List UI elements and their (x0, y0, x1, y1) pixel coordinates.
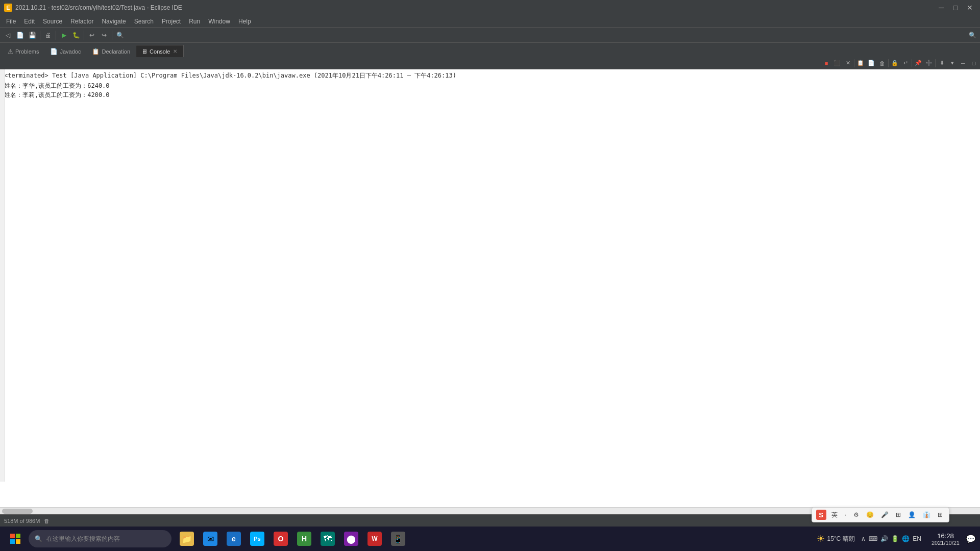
battery-icon[interactable]: 🔋 (891, 535, 899, 542)
title-bar: E 2021.10.21 - test02/src/com/ylh/test02… (0, 0, 980, 15)
console-new[interactable]: ➕ (924, 58, 934, 68)
photoshop-icon: Ps (250, 532, 264, 546)
taskbar-search[interactable]: 🔍 在这里输入你要搜索的内容 (29, 530, 172, 547)
toolbar-run[interactable]: ▶ (58, 30, 69, 41)
search-placeholder: 在这里输入你要搜索的内容 (46, 535, 120, 543)
toolbar-undo[interactable]: ↩ (86, 30, 97, 41)
console-terminate[interactable]: ■ (821, 58, 831, 68)
menu-project[interactable]: Project (158, 17, 185, 26)
toolbar-back[interactable]: ◁ (2, 30, 13, 41)
gc-button[interactable]: 🗑 (44, 518, 50, 524)
taskbar-app-h[interactable]: H (293, 528, 315, 550)
svg-rect-3 (16, 539, 20, 544)
console-output-line-1: 姓名：李华,该员工的工资为：6240.0 (4, 81, 976, 90)
console-maximize[interactable]: □ (969, 58, 979, 68)
wps-icon: W (368, 532, 382, 546)
tab-console[interactable]: 🖥 Console ✕ (136, 45, 184, 57)
scrollbar-thumb[interactable] (2, 509, 33, 514)
taskbar-app-file-explorer[interactable]: 📁 (176, 528, 198, 550)
sogou-dot[interactable]: · (843, 510, 848, 519)
taskbar-app-office[interactable]: O (270, 528, 292, 550)
taskbar-app-eclipse[interactable]: ⬤ (340, 528, 362, 550)
weather-icon: ☀ (817, 533, 825, 544)
console-clear[interactable]: 🗑 (877, 58, 887, 68)
menu-source[interactable]: Source (39, 17, 66, 26)
tray-expand[interactable]: ∧ (861, 535, 866, 542)
sogou-lang-switch[interactable]: 英 (829, 510, 840, 520)
keyboard-icon[interactable]: ⌨ (869, 535, 877, 542)
svg-rect-0 (10, 534, 15, 538)
sogou-emoji[interactable]: 😊 (864, 510, 876, 519)
sogou-mic[interactable]: 🎤 (879, 510, 891, 519)
weather-area[interactable]: ☀ 15°C 晴朗 (817, 533, 855, 544)
taskbar-app-edge[interactable]: e (223, 528, 245, 550)
toolbar-redo[interactable]: ↪ (99, 30, 110, 41)
menu-window[interactable]: Window (204, 17, 234, 26)
file-explorer-icon: 📁 (180, 532, 194, 546)
menu-edit[interactable]: Edit (20, 17, 39, 26)
toolbar-debug[interactable]: 🐛 (70, 30, 82, 41)
sogou-shirt[interactable]: 👔 (921, 510, 933, 519)
console-word-wrap[interactable]: ↵ (900, 58, 911, 68)
eclipse-icon: ⬤ (344, 532, 358, 546)
menu-refactor[interactable]: Refactor (66, 17, 97, 26)
toolbar-separator-3 (84, 31, 84, 40)
toolbar-new[interactable]: 📄 (14, 30, 26, 41)
toolbar-save[interactable]: 💾 (27, 30, 38, 41)
taskbar-app-mail[interactable]: ✉ (199, 528, 222, 550)
console-paste[interactable]: 📄 (866, 58, 876, 68)
console-arrow-down[interactable]: ⬇ (937, 58, 947, 68)
toolbar-print[interactable]: 🖨 (42, 30, 54, 41)
start-button[interactable] (4, 528, 27, 550)
sogou-grid1[interactable]: ⊞ (894, 510, 903, 519)
console-view-menu[interactable]: ▾ (947, 58, 958, 68)
menu-file[interactable]: File (2, 17, 20, 26)
maximize-button[interactable]: □ (949, 3, 962, 13)
toolbar-search-global[interactable]: 🔍 (967, 30, 978, 41)
tab-javadoc[interactable]: 📄 Javadoc (44, 45, 86, 57)
clock[interactable]: 16:28 2021/10/21 (927, 532, 964, 546)
toolbar-separator-4 (112, 31, 112, 40)
clock-date: 2021/10/21 (932, 540, 960, 546)
taskbar-app-wps[interactable]: W (363, 528, 386, 550)
input-icon[interactable]: EN (913, 535, 921, 542)
menu-help[interactable]: Help (234, 17, 255, 26)
sogou-grid2[interactable]: ⊞ (936, 510, 945, 519)
taskbar: 🔍 在这里输入你要搜索的内容 📁 ✉ e Ps O H � (0, 527, 980, 551)
console-terminate2[interactable]: ⬛ (832, 58, 842, 68)
notification-button[interactable]: 💬 (966, 534, 976, 544)
taskbar-app-ipad[interactable]: 📱 (387, 528, 409, 550)
volume-icon[interactable]: 🔊 (880, 535, 888, 542)
svg-rect-1 (16, 534, 20, 538)
console-copy[interactable]: 📋 (855, 58, 866, 68)
memory-usage: 518M of 986M (4, 518, 40, 524)
menu-run[interactable]: Run (185, 17, 204, 26)
sogou-logo: S (816, 510, 826, 520)
problems-icon: ⚠ (8, 48, 13, 55)
taskbar-app-map[interactable]: 🗺 (316, 528, 339, 550)
minimize-button[interactable]: ─ (935, 3, 947, 13)
toolbar-search[interactable]: 🔍 (114, 30, 126, 41)
console-minimize[interactable]: ─ (958, 58, 968, 68)
map-icon: 🗺 (321, 532, 335, 546)
ipad-icon: 📱 (391, 532, 405, 546)
console-cursor-line (4, 99, 976, 107)
left-ruler (0, 69, 5, 482)
tab-problems[interactable]: ⚠ Problems (2, 45, 44, 57)
close-button[interactable]: ✕ (964, 3, 976, 13)
console-remove-all[interactable]: ✕ (843, 58, 853, 68)
clock-time: 16:28 (932, 532, 960, 540)
tab-console-close[interactable]: ✕ (172, 48, 178, 54)
taskbar-app-ps[interactable]: Ps (246, 528, 268, 550)
sogou-user[interactable]: 👤 (906, 510, 918, 519)
sogou-settings[interactable]: ⚙ (851, 510, 861, 519)
tab-declaration[interactable]: 📋 Declaration (86, 45, 136, 57)
console-pin[interactable]: 📌 (913, 58, 923, 68)
menu-search[interactable]: Search (130, 17, 158, 26)
console-scroll-lock[interactable]: 🔒 (890, 58, 900, 68)
network-icon[interactable]: 🌐 (902, 535, 910, 542)
menu-navigate[interactable]: Navigate (97, 17, 130, 26)
console-sep-2 (888, 59, 889, 67)
tab-problems-label: Problems (15, 48, 39, 55)
taskbar-apps: 📁 ✉ e Ps O H 🗺 ⬤ W (176, 528, 409, 550)
